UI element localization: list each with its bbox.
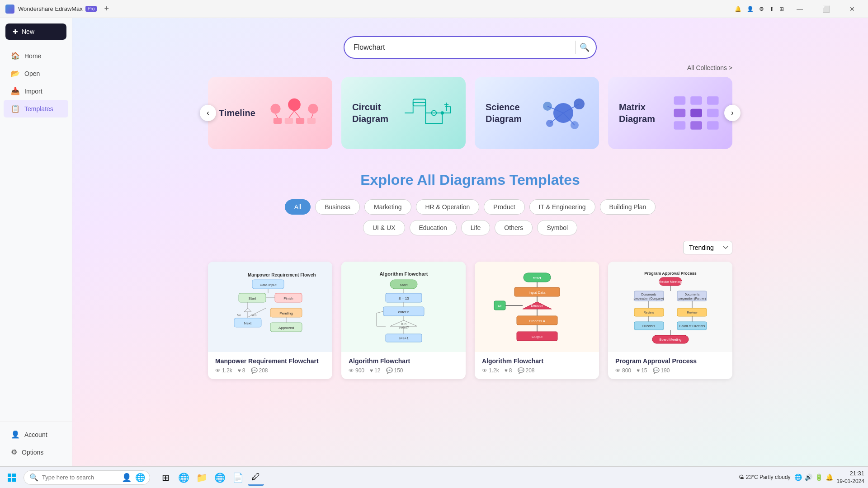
svg-text:Process A: Process A bbox=[528, 319, 545, 323]
carousel-card-science[interactable]: Science Diagram bbox=[475, 77, 599, 149]
svg-rect-26 bbox=[674, 96, 686, 104]
sidebar-item-templates[interactable]: 📋 Templates bbox=[4, 100, 68, 117]
new-tab-button[interactable]: + bbox=[104, 4, 109, 14]
taskbar: 🔍 👤 🌐 ⊞ 🌐 📁 🌐 📄 🖊 🌤 23°C Partly cloudy 🌐… bbox=[0, 466, 868, 488]
carousel-next-button[interactable]: › bbox=[724, 105, 741, 121]
svg-line-7 bbox=[275, 114, 278, 118]
heart-icon-2: ♥ 12 bbox=[370, 367, 380, 374]
carousel-card-timeline[interactable]: Timeline bbox=[208, 77, 332, 149]
template-card-3[interactable]: Start Input Data Decision Process A bbox=[475, 262, 599, 379]
share-icon[interactable]: ⬆ bbox=[769, 6, 774, 12]
close-button[interactable]: ✕ bbox=[842, 2, 863, 16]
comment-icon-1: 💬 208 bbox=[251, 367, 268, 374]
filter-it[interactable]: IT & Engineering bbox=[529, 199, 595, 215]
filter-hr[interactable]: HR & Operation bbox=[416, 199, 480, 215]
time-text: 21:31 bbox=[837, 469, 864, 478]
template-info-2: Algorithm Flowchart 👁 900 ♥ 12 💬 150 bbox=[341, 352, 466, 379]
filter-business[interactable]: Business bbox=[315, 199, 360, 215]
battery-icon[interactable]: 🔋 bbox=[815, 474, 823, 481]
all-collections-link[interactable]: All Collections > bbox=[687, 64, 732, 71]
filter-all[interactable]: All bbox=[285, 199, 311, 215]
svg-text:Data Input: Data Input bbox=[259, 283, 277, 287]
search-button[interactable]: 🔍 bbox=[580, 42, 590, 52]
svg-text:Board Meeting: Board Meeting bbox=[659, 338, 681, 342]
maximize-button[interactable]: ⬜ bbox=[816, 2, 836, 16]
filter-symbol[interactable]: Symbol bbox=[537, 220, 577, 235]
taskbar-app-explorer[interactable]: 📁 bbox=[193, 469, 210, 486]
filter-ui[interactable]: UI & UX bbox=[363, 220, 405, 235]
sidebar-item-open[interactable]: 📂 Open bbox=[4, 65, 68, 82]
bell-icon[interactable]: 🔔 bbox=[735, 6, 741, 12]
new-button[interactable]: ✚ New bbox=[5, 23, 66, 40]
sidebar-item-home[interactable]: 🏠 Home bbox=[4, 47, 68, 65]
notification-icon[interactable]: 🔔 bbox=[826, 474, 833, 481]
svg-rect-121 bbox=[12, 478, 16, 482]
svg-text:Alt: Alt bbox=[497, 305, 501, 308]
filter-row-1: All Business Marketing HR & Operation Pr… bbox=[208, 199, 732, 215]
network-icon[interactable]: 🌐 bbox=[794, 474, 802, 481]
sort-select[interactable]: Trending Newest Most Used bbox=[683, 241, 732, 254]
taskbar-app-chrome[interactable]: 🌐 bbox=[212, 469, 228, 486]
search-container: 🔍 bbox=[344, 36, 597, 59]
taskbar-search-box[interactable]: 🔍 👤 🌐 bbox=[24, 470, 150, 485]
svg-text:Directors: Directors bbox=[642, 324, 655, 328]
filter-product[interactable]: Product bbox=[484, 199, 524, 215]
filter-building[interactable]: Building Plan bbox=[600, 199, 656, 215]
user-icon[interactable]: 👤 bbox=[747, 6, 754, 12]
svg-text:Approved: Approved bbox=[278, 326, 293, 330]
explore-title: Explore All Diagrams Templates bbox=[208, 172, 732, 188]
taskbar-app-word[interactable]: 📄 bbox=[230, 469, 246, 486]
svg-text:Documents: Documents bbox=[684, 293, 700, 296]
weather-text: 23°C Partly cloudy bbox=[746, 474, 791, 480]
weather-display: 🌤 23°C Partly cloudy bbox=[739, 474, 791, 480]
date-text: 19-01-2024 bbox=[837, 478, 864, 485]
svg-line-10 bbox=[311, 114, 313, 118]
carousel-visual-matrix bbox=[672, 90, 722, 136]
volume-icon[interactable]: 🔊 bbox=[805, 474, 812, 481]
taskbar-search-input[interactable] bbox=[42, 474, 118, 481]
filter-marketing[interactable]: Marketing bbox=[364, 199, 411, 215]
svg-text:Decision: Decision bbox=[531, 304, 543, 307]
sidebar-item-account[interactable]: 👤 Account bbox=[4, 426, 68, 443]
template-card-1[interactable]: Manpower Requirement Flowchart Data Inpu… bbox=[208, 262, 332, 379]
sidebar-item-account-label: Account bbox=[24, 431, 47, 438]
new-button-label: New bbox=[22, 28, 34, 35]
app-body: ✚ New 🏠 Home 📂 Open 📥 Import 📋 Templates… bbox=[0, 18, 868, 466]
filter-education[interactable]: Education bbox=[410, 220, 457, 235]
filter-row-2: UI & UX Education Life Others Symbol bbox=[208, 220, 732, 235]
filter-others[interactable]: Others bbox=[495, 220, 533, 235]
carousel-prev-button[interactable]: ‹ bbox=[200, 105, 216, 121]
import-icon: 📥 bbox=[11, 87, 20, 95]
carousel-label-timeline: Timeline bbox=[219, 107, 255, 119]
sidebar-item-options[interactable]: ⚙ Options bbox=[4, 443, 68, 461]
sidebar-item-import[interactable]: 📥 Import bbox=[4, 82, 68, 100]
sidebar: ✚ New 🏠 Home 📂 Open 📥 Import 📋 Templates… bbox=[0, 18, 72, 466]
views-icon-1: 👁 1.2k bbox=[215, 367, 232, 374]
template-grid: Manpower Requirement Flowchart Data Inpu… bbox=[208, 262, 732, 379]
svg-text:preparation (Partner): preparation (Partner) bbox=[678, 297, 705, 300]
settings-icon[interactable]: ⚙ bbox=[759, 6, 764, 12]
minimize-button[interactable]: — bbox=[789, 2, 810, 16]
search-input[interactable] bbox=[344, 36, 597, 59]
carousel-card-circuit[interactable]: Circuit Diagram bbox=[341, 77, 466, 149]
start-button[interactable] bbox=[4, 469, 20, 486]
carousel-inner: Timeline bbox=[208, 77, 732, 149]
filter-life[interactable]: Life bbox=[461, 220, 491, 235]
taskbar-app-edrawmax[interactable]: 🖊 bbox=[248, 469, 264, 486]
template-card-2[interactable]: Algorithm Flowchart Start S = 15 enter n bbox=[341, 262, 466, 379]
comment-icon-3: 💬 208 bbox=[518, 367, 535, 374]
taskbar-app-task-view[interactable]: ⊞ bbox=[157, 469, 174, 486]
template-name-2: Algorithm Flowchart bbox=[349, 357, 458, 365]
heart-icon-4: ♥ 15 bbox=[637, 367, 647, 374]
heart-icon-3: ♥ 8 bbox=[505, 367, 512, 374]
open-icon: 📂 bbox=[11, 69, 20, 78]
svg-marker-45 bbox=[244, 308, 251, 312]
template-thumb-4: Program Approval Process Rector Meeting … bbox=[608, 262, 732, 352]
carousel-card-matrix[interactable]: Matrix Diagram bbox=[608, 77, 732, 149]
template-card-4[interactable]: Program Approval Process Rector Meeting … bbox=[608, 262, 732, 379]
template-name-4: Program Approval Process bbox=[615, 357, 725, 365]
svg-line-9 bbox=[294, 111, 300, 118]
taskbar-app-edge[interactable]: 🌐 bbox=[175, 469, 192, 486]
template-info-3: Algorithm Flowchart 👁 1.2k ♥ 8 💬 208 bbox=[475, 352, 599, 379]
window-icon[interactable]: ⊞ bbox=[779, 6, 784, 12]
